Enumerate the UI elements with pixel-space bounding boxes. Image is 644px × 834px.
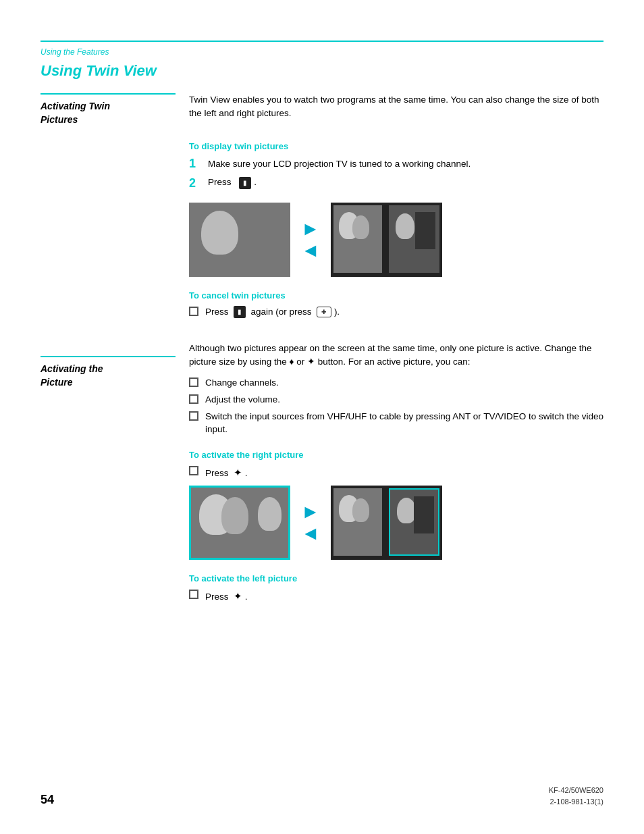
arrows-display: ► ◄ — [301, 219, 320, 260]
diagram-right-left-img — [189, 486, 290, 560]
arrow-right-2-icon: ► — [301, 502, 320, 521]
twin-button-icon: ▮ — [239, 177, 251, 189]
diagram-right-img — [331, 203, 442, 277]
content-area: Activating Twin Pictures Activating the … — [41, 93, 603, 608]
section1-title: Activating Twin Pictures — [41, 100, 176, 126]
left-picture-heading: To activate the left picture — [189, 573, 603, 583]
left-picture-bullet: Press ✦ . — [189, 589, 603, 604]
right-picture-heading: To activate the right picture — [189, 450, 603, 460]
arrow-left-icon: ◄ — [301, 241, 320, 260]
section2-body: Although two pictures appear on the scre… — [189, 342, 603, 369]
bullet-sq-right-icon — [189, 466, 198, 475]
arrow-right-icon: ► — [301, 219, 320, 238]
top-divider — [41, 41, 603, 42]
diagram-right-active: ► ◄ — [189, 486, 603, 560]
section2-header: Activating the Picture — [41, 356, 176, 389]
cancel-press-label: Press — [205, 307, 229, 317]
bullet-channels: Change channels. — [189, 377, 603, 390]
diagram-left-img — [189, 203, 290, 277]
display-heading: To display twin pictures — [189, 141, 603, 151]
bullet-sq-1-icon — [189, 377, 198, 387]
bullet-sq-3-icon — [189, 411, 198, 421]
spacer1 — [41, 133, 176, 356]
intro-text: Twin View enables you to watch two progr… — [189, 93, 603, 121]
section-spacer — [189, 323, 603, 342]
twin-button-cancel-icon: ▮ — [234, 306, 246, 318]
page-number: 54 — [41, 793, 54, 807]
section1-header: Activating Twin Pictures — [41, 93, 176, 126]
arrows-right-active: ► ◄ — [301, 502, 320, 543]
page-title: Using Twin View — [41, 62, 603, 80]
footer-reference: KF-42/50WE620 2-108-981-13(1) — [549, 785, 603, 807]
bullet-sq-2-icon — [189, 394, 198, 404]
bullet-sq-left-icon — [189, 590, 198, 599]
breadcrumb: Using the Features — [41, 47, 603, 57]
step2: 2 Press ▮ . — [189, 176, 603, 197]
right-column: Twin View enables you to watch two progr… — [189, 93, 603, 608]
arrow-left-2-icon: ◄ — [301, 524, 320, 543]
bullet-square-icon — [189, 307, 198, 316]
left-column: Activating Twin Pictures Activating the … — [41, 93, 189, 608]
bullet-volume: Adjust the volume. — [189, 394, 603, 407]
step1: 1 Make sure your LCD projection TV is tu… — [189, 157, 603, 172]
exit-button-icon: ✚ — [317, 307, 331, 317]
right-arrow-symbol: ✦ — [234, 467, 242, 478]
section2-title: Activating the Picture — [41, 363, 176, 389]
cancel-bullet: Press ▮ again (or press ✚ ). — [189, 306, 603, 319]
cancel-heading: To cancel twin pictures — [189, 290, 603, 301]
bullet-input: Switch the input sources from VHF/UHF to… — [189, 411, 603, 436]
left-arrow-symbol: ✦ — [234, 590, 242, 602]
right-picture-bullet: Press ✦ . — [189, 465, 603, 480]
diagram-display: ► ◄ — [189, 203, 603, 277]
diagram-right-right-img — [331, 486, 442, 560]
page-container: Using the Features Using Twin View Activ… — [0, 0, 644, 834]
